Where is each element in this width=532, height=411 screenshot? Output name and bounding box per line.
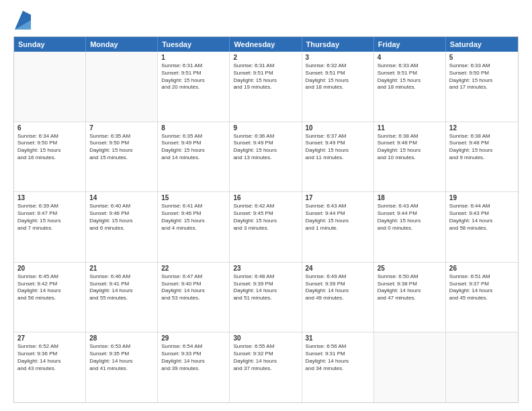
cell-info: Sunrise: 6:43 AM Sunset: 9:44 PM Dayligh… [378,203,442,232]
day-number: 28 [89,334,154,342]
cell-info: Sunrise: 6:56 AM Sunset: 9:31 PM Dayligh… [306,343,370,372]
day-number: 3 [306,54,370,61]
day-number: 27 [17,334,82,342]
calendar-cell-18: 18Sunrise: 6:43 AM Sunset: 9:44 PM Dayli… [374,192,446,262]
day-number: 11 [378,124,442,132]
cell-info: Sunrise: 6:44 AM Sunset: 9:43 PM Dayligh… [449,203,515,232]
cell-info: Sunrise: 6:48 AM Sunset: 9:39 PM Dayligh… [233,273,298,302]
cell-info: Sunrise: 6:41 AM Sunset: 9:46 PM Dayligh… [161,203,226,232]
calendar-cell-24: 24Sunrise: 6:49 AM Sunset: 9:39 PM Dayli… [302,263,374,332]
day-number: 21 [89,265,154,272]
calendar-cell-7: 7Sunrise: 6:35 AM Sunset: 9:50 PM Daylig… [86,122,158,192]
cell-info: Sunrise: 6:46 AM Sunset: 9:41 PM Dayligh… [89,273,154,302]
cell-info: Sunrise: 6:49 AM Sunset: 9:39 PM Dayligh… [306,273,370,302]
day-number: 19 [449,194,515,201]
cell-info: Sunrise: 6:32 AM Sunset: 9:51 PM Dayligh… [306,62,370,91]
calendar-cell-10: 10Sunrise: 6:37 AM Sunset: 9:49 PM Dayli… [302,122,374,192]
header-day-sunday: Sunday [14,37,86,52]
calendar-body: 1Sunrise: 6:31 AM Sunset: 9:51 PM Daylig… [14,52,518,402]
calendar-cell-30: 30Sunrise: 6:55 AM Sunset: 9:32 PM Dayli… [230,332,302,402]
day-number: 10 [306,124,370,132]
calendar-cell-15: 15Sunrise: 6:41 AM Sunset: 9:46 PM Dayli… [158,192,230,262]
header-day-saturday: Saturday [446,37,518,52]
calendar-row-5: 27Sunrise: 6:52 AM Sunset: 9:36 PM Dayli… [14,332,518,402]
calendar-row-1: 1Sunrise: 6:31 AM Sunset: 9:51 PM Daylig… [14,52,518,122]
day-number: 16 [233,194,298,201]
cell-info: Sunrise: 6:54 AM Sunset: 9:33 PM Dayligh… [161,343,226,372]
calendar-cell-9: 9Sunrise: 6:36 AM Sunset: 9:49 PM Daylig… [230,122,302,192]
logo-icon [15,11,31,30]
calendar-cell-5: 5Sunrise: 6:33 AM Sunset: 9:50 PM Daylig… [446,52,518,122]
day-number: 31 [306,334,370,342]
cell-info: Sunrise: 6:55 AM Sunset: 9:32 PM Dayligh… [233,343,298,372]
day-number: 20 [17,265,82,272]
day-number: 22 [161,265,226,272]
cell-info: Sunrise: 6:40 AM Sunset: 9:46 PM Dayligh… [89,203,154,232]
calendar-cell-31: 31Sunrise: 6:56 AM Sunset: 9:31 PM Dayli… [302,332,374,402]
calendar-cell-12: 12Sunrise: 6:38 AM Sunset: 9:48 PM Dayli… [446,122,518,192]
day-number: 15 [161,194,226,201]
calendar-row-3: 13Sunrise: 6:39 AM Sunset: 9:47 PM Dayli… [14,192,518,263]
cell-info: Sunrise: 6:31 AM Sunset: 9:51 PM Dayligh… [233,62,298,91]
cell-info: Sunrise: 6:36 AM Sunset: 9:49 PM Dayligh… [233,133,298,162]
day-number: 25 [378,265,442,272]
header-day-tuesday: Tuesday [158,37,230,52]
calendar-row-4: 20Sunrise: 6:45 AM Sunset: 9:42 PM Dayli… [14,263,518,333]
header-day-wednesday: Wednesday [230,37,302,52]
day-number: 13 [17,194,82,201]
day-number: 18 [378,194,442,201]
header-day-thursday: Thursday [302,37,374,52]
cell-info: Sunrise: 6:52 AM Sunset: 9:36 PM Dayligh… [17,343,82,372]
day-number: 9 [233,124,298,132]
calendar-cell-empty [374,332,446,402]
day-number: 29 [161,334,226,342]
calendar-cell-4: 4Sunrise: 6:33 AM Sunset: 9:51 PM Daylig… [374,52,446,122]
calendar-cell-21: 21Sunrise: 6:46 AM Sunset: 9:41 PM Dayli… [86,263,158,332]
calendar-header: SundayMondayTuesdayWednesdayThursdayFrid… [14,37,518,52]
day-number: 4 [378,54,442,61]
calendar-cell-1: 1Sunrise: 6:31 AM Sunset: 9:51 PM Daylig… [158,52,230,122]
calendar-row-2: 6Sunrise: 6:34 AM Sunset: 9:50 PM Daylig… [14,122,518,193]
logo [13,11,31,30]
calendar-cell-22: 22Sunrise: 6:47 AM Sunset: 9:40 PM Dayli… [158,263,230,332]
cell-info: Sunrise: 6:38 AM Sunset: 9:48 PM Dayligh… [449,133,515,162]
calendar-cell-26: 26Sunrise: 6:51 AM Sunset: 9:37 PM Dayli… [446,263,518,332]
header-day-monday: Monday [86,37,158,52]
cell-info: Sunrise: 6:51 AM Sunset: 9:37 PM Dayligh… [449,273,515,302]
day-number: 6 [17,124,82,132]
day-number: 24 [306,265,370,272]
header [13,11,519,30]
calendar-cell-16: 16Sunrise: 6:42 AM Sunset: 9:45 PM Dayli… [230,192,302,262]
cell-info: Sunrise: 6:42 AM Sunset: 9:45 PM Dayligh… [233,203,298,232]
calendar-cell-14: 14Sunrise: 6:40 AM Sunset: 9:46 PM Dayli… [86,192,158,262]
day-number: 26 [449,265,515,272]
cell-info: Sunrise: 6:35 AM Sunset: 9:49 PM Dayligh… [161,133,226,162]
calendar-cell-25: 25Sunrise: 6:50 AM Sunset: 9:38 PM Dayli… [374,263,446,332]
calendar-cell-empty [14,52,86,122]
cell-info: Sunrise: 6:39 AM Sunset: 9:47 PM Dayligh… [17,203,82,232]
calendar-cell-17: 17Sunrise: 6:43 AM Sunset: 9:44 PM Dayli… [302,192,374,262]
cell-info: Sunrise: 6:31 AM Sunset: 9:51 PM Dayligh… [161,62,226,91]
day-number: 30 [233,334,298,342]
day-number: 17 [306,194,370,201]
header-day-friday: Friday [374,37,446,52]
cell-info: Sunrise: 6:33 AM Sunset: 9:50 PM Dayligh… [449,62,515,91]
calendar-cell-6: 6Sunrise: 6:34 AM Sunset: 9:50 PM Daylig… [14,122,86,192]
calendar-cell-13: 13Sunrise: 6:39 AM Sunset: 9:47 PM Dayli… [14,192,86,262]
calendar-cell-11: 11Sunrise: 6:38 AM Sunset: 9:48 PM Dayli… [374,122,446,192]
calendar-cell-27: 27Sunrise: 6:52 AM Sunset: 9:36 PM Dayli… [14,332,86,402]
calendar-cell-23: 23Sunrise: 6:48 AM Sunset: 9:39 PM Dayli… [230,263,302,332]
calendar-cell-empty [446,332,518,402]
day-number: 14 [89,194,154,201]
day-number: 5 [449,54,515,61]
cell-info: Sunrise: 6:50 AM Sunset: 9:38 PM Dayligh… [378,273,442,302]
day-number: 12 [449,124,515,132]
day-number: 2 [233,54,298,61]
day-number: 1 [161,54,226,61]
cell-info: Sunrise: 6:47 AM Sunset: 9:40 PM Dayligh… [161,273,226,302]
cell-info: Sunrise: 6:34 AM Sunset: 9:50 PM Dayligh… [17,133,82,162]
cell-info: Sunrise: 6:53 AM Sunset: 9:35 PM Dayligh… [89,343,154,372]
cell-info: Sunrise: 6:38 AM Sunset: 9:48 PM Dayligh… [378,133,442,162]
cell-info: Sunrise: 6:45 AM Sunset: 9:42 PM Dayligh… [17,273,82,302]
calendar-cell-3: 3Sunrise: 6:32 AM Sunset: 9:51 PM Daylig… [302,52,374,122]
